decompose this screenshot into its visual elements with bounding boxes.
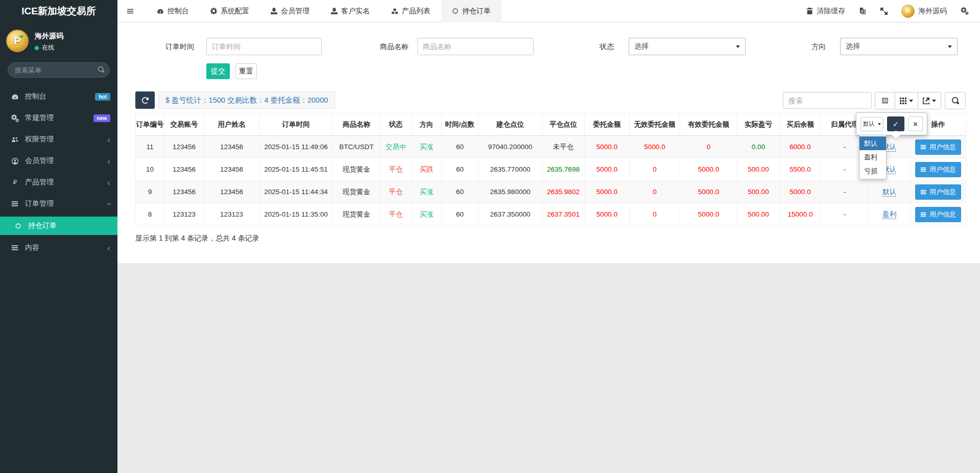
dropdown-option-loss[interactable]: 亏损 — [859, 164, 886, 178]
agent-control-link[interactable]: 默认 — [882, 188, 896, 197]
column-header[interactable]: 时间/点数 — [442, 113, 479, 136]
fullscreen-icon[interactable] — [880, 8, 888, 15]
direction-select[interactable]: 选择 — [840, 38, 958, 55]
dropdown-option-default[interactable]: 默认 — [859, 136, 886, 150]
column-header[interactable]: 实际盈亏 — [737, 113, 780, 136]
user-status-label: 在线 — [42, 43, 54, 52]
sidebar-item-label: 常规管理 — [25, 113, 54, 123]
cell-value: 6000.0 — [790, 143, 810, 151]
sidebar-item-general[interactable]: 常规管理 new — [0, 107, 117, 129]
filter-close-button[interactable]: × — [908, 116, 923, 131]
sidebar-item-members[interactable]: 会员管理 ‹ — [0, 150, 117, 172]
sidebar-search-input[interactable] — [8, 62, 110, 78]
columns-toggle-button[interactable] — [895, 92, 918, 109]
tachometer-icon — [157, 8, 164, 15]
user-icon — [271, 8, 277, 14]
caret-down-icon — [932, 100, 936, 102]
table-row: 101234561234562025-01-15 11:45:51现货黄金平仓买… — [136, 158, 966, 181]
refresh-button[interactable] — [135, 91, 155, 109]
user-info-button[interactable]: 用户信息 — [915, 184, 961, 200]
product-name-input[interactable] — [417, 38, 534, 55]
user-menu[interactable]: P 海外源码 — [901, 5, 947, 18]
cell-value: 平仓 — [389, 165, 403, 173]
cell-value: 123123 — [220, 210, 243, 218]
sidebar-item-products[interactable]: 产品管理 ‹ — [0, 172, 117, 193]
language-icon[interactable] — [859, 7, 867, 15]
tab-system-config[interactable]: 系统配置 — [200, 0, 260, 22]
cubes-icon — [391, 8, 398, 15]
cell-value: 5000.0 — [596, 143, 617, 151]
hot-badge: hot — [95, 93, 110, 101]
orders-panel: 订单时间 商品名称 状态 选择 方向 选择 提交 重置 $ 盈亏统计：1500 … — [117, 22, 980, 263]
column-header[interactable]: 无效委托金额 — [630, 113, 680, 136]
cell-value: 交易中 — [386, 143, 407, 151]
status-select[interactable]: 选择 — [629, 38, 746, 55]
agent-control-link[interactable]: 盈利 — [882, 210, 896, 219]
cell-value: 60 — [456, 188, 464, 196]
cell-value: 未平仓 — [553, 143, 574, 151]
cell-value: 2635.7698 — [547, 165, 580, 173]
cell-value: 2025-01-15 11:35:00 — [264, 210, 327, 218]
toggle-view-button[interactable] — [875, 92, 895, 109]
column-header[interactable]: 状态 — [380, 113, 412, 136]
trash-icon — [806, 8, 813, 14]
tab-customer-kyc[interactable]: 客户实名 — [320, 0, 380, 22]
cell-value: 123456 — [173, 165, 196, 173]
tab-label: 产品列表 — [402, 7, 431, 16]
order-time-label: 订单时间 — [148, 38, 194, 55]
gears-icon — [9, 114, 20, 122]
column-header[interactable]: 商品名称 — [333, 113, 380, 136]
reset-button[interactable]: 重置 — [235, 63, 257, 79]
cell-value: 现货黄金 — [343, 188, 370, 196]
column-header[interactable]: 订单时间 — [259, 113, 333, 136]
sidebar-item-label: 内容 — [25, 243, 39, 252]
check-icon: ✓ — [893, 120, 899, 128]
tab-product-list[interactable]: 产品列表 — [380, 0, 441, 22]
user-info-button[interactable]: 用户信息 — [915, 162, 961, 177]
column-header[interactable]: 平仓点位 — [542, 113, 585, 136]
sidebar: ICE新加坡交易所 P 海外源码 在线 控制台 — [0, 0, 117, 473]
column-header[interactable]: 用户姓名 — [204, 113, 259, 136]
order-time-input[interactable] — [206, 38, 322, 55]
clear-cache-button[interactable]: 清除缓存 — [806, 7, 845, 16]
sidebar-item-console[interactable]: 控制台 hot — [0, 86, 117, 107]
search-button[interactable] — [945, 92, 966, 109]
column-header[interactable]: 买后余额 — [780, 113, 821, 136]
user-icon — [331, 8, 338, 14]
cell-value: 0 — [653, 188, 657, 196]
table-toolbar-buttons — [875, 92, 941, 109]
cell-value: - — [844, 210, 846, 218]
sidebar-item-orders[interactable]: 订单管理 ‹ — [0, 193, 117, 215]
column-header[interactable]: 交易账号 — [164, 113, 204, 136]
hamburger-menu-icon[interactable] — [117, 0, 143, 22]
sidebar-item-content[interactable]: 内容 ‹ — [0, 237, 117, 258]
tab-label: 系统配置 — [221, 7, 249, 16]
tab-position-orders[interactable]: 持仓订单 — [441, 0, 501, 22]
column-header[interactable]: 有效委托金额 — [680, 113, 737, 136]
tab-console[interactable]: 控制台 — [146, 0, 200, 22]
column-header[interactable]: 建仓点位 — [479, 113, 542, 136]
column-header[interactable]: 方向 — [412, 113, 442, 136]
column-header[interactable]: 委托金额 — [585, 113, 630, 136]
filter-mini-select[interactable]: 默认 — [861, 117, 883, 131]
table-search-input[interactable] — [783, 92, 872, 109]
avatar: P — [6, 30, 29, 52]
column-header[interactable]: 订单编号 — [136, 113, 164, 136]
orders-table-wrap: 订单编号交易账号用户姓名订单时间商品名称状态方向时间/点数建仓点位平仓点位委托金… — [135, 113, 966, 226]
submit-button[interactable]: 提交 — [206, 63, 230, 79]
list-icon — [9, 200, 20, 207]
user-info-button[interactable]: 用户信息 — [915, 207, 961, 222]
sidebar-item-permissions[interactable]: 权限管理 ‹ — [0, 129, 117, 150]
sidebar-item-position-orders[interactable]: 持仓订单 — [0, 217, 117, 235]
records-summary: 显示第 1 到第 4 条记录，总共 4 条记录 — [135, 234, 259, 243]
user-info-button[interactable]: 用户信息 — [915, 139, 961, 155]
top-navbar: 控制台 系统配置 会员管理 客户实名 产品列表 持仓订单 — [117, 0, 980, 22]
filter-confirm-button[interactable]: ✓ — [887, 116, 904, 131]
cell-value: 123456 — [220, 143, 243, 151]
export-button[interactable] — [918, 92, 941, 109]
settings-gears-icon[interactable] — [961, 7, 969, 15]
dropdown-option-profit[interactable]: 盈利 — [859, 150, 886, 164]
sidebar-item-label: 订单管理 — [25, 199, 54, 208]
tab-members[interactable]: 会员管理 — [260, 0, 320, 22]
cell-value: 5000.0 — [596, 165, 617, 173]
